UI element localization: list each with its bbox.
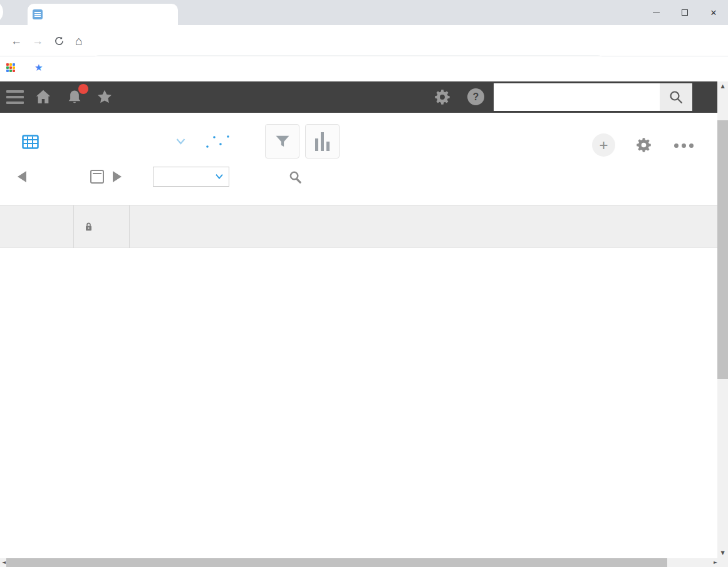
app-search-input[interactable] [494,83,660,111]
chart-switch-icon [205,133,231,150]
chart-switch-button[interactable] [194,127,257,157]
new-tab-button[interactable] [185,6,202,23]
back-icon[interactable]: ← [6,25,26,56]
gear-icon [635,137,652,153]
titlebar: ✕ [0,0,728,25]
column-header-worker [74,205,130,248]
app-settings-button[interactable] [635,137,652,156]
forward-icon[interactable]: → [28,25,48,56]
horizontal-scrollbar[interactable]: ◄ ► [0,558,728,567]
annotation-red-circle [388,348,449,409]
star-icon: ★ [34,62,43,73]
browser-window: ✕ ← → ⌂ ☆ ⚙ ★ [0,0,728,567]
maximize-icon [682,9,688,16]
app-search-button[interactable] [660,83,692,111]
apps-grid-icon [6,63,15,72]
bookmark-bookmarks[interactable]: ★ [34,62,47,73]
notification-badge [78,84,88,94]
home-icon[interactable]: ⌂ [69,25,89,56]
bookmarks-bar: ★ [0,56,728,79]
task-bar[interactable] [0,0,6,34]
column-header-line [0,205,74,248]
browser-tab[interactable] [28,4,178,25]
table-view-icon [22,135,39,149]
minimize-button[interactable] [642,0,670,25]
bookmark-apps[interactable] [6,63,19,72]
period-select[interactable] [153,167,229,187]
chevron-down-icon [215,174,224,180]
calendar-icon [90,170,104,184]
kintone-favicon [33,9,43,19]
close-icon: ✕ [710,8,717,18]
day-header-row [130,228,717,248]
more-options-button[interactable] [674,143,694,148]
chevron-down-icon [236,138,246,145]
scroll-down-icon[interactable]: ▼ [717,548,728,558]
bar-chart-icon [315,132,330,151]
reload-icon[interactable] [49,25,69,56]
close-button[interactable]: ✕ [699,0,728,25]
gantt-header [0,205,717,247]
kintone-home-icon[interactable] [34,88,53,107]
browser-navbar: ← → ⌂ ☆ ⚙ [0,25,728,56]
maximize-button[interactable] [670,0,699,25]
help-icon[interactable]: ? [467,88,484,105]
hamburger-icon[interactable] [6,90,24,104]
notification-bell-icon[interactable] [65,88,84,107]
add-record-button[interactable]: + [592,133,615,157]
filter-button[interactable] [265,124,299,159]
minimize-icon [653,13,660,13]
favorites-star-icon[interactable] [95,88,114,107]
magnifier-icon [288,170,303,184]
next-month-button[interactable] [113,165,122,188]
date-navigation [0,165,717,188]
column-lock-icon [84,222,93,232]
next-month-icon [113,171,122,182]
search-icon [668,90,684,105]
prev-month-icon [18,171,26,182]
scroll-up-icon[interactable]: ▲ [717,81,728,91]
filter-funnel-icon [274,133,291,150]
prev-month-button[interactable] [18,165,26,188]
chevron-down-icon [175,138,186,145]
record-search-button[interactable] [288,165,303,188]
scroll-right-icon[interactable]: ► [712,558,719,567]
settings-gear-icon[interactable] [434,88,452,107]
view-selector[interactable] [13,125,259,159]
plus-icon: + [599,137,608,154]
view-dropdown[interactable] [14,127,194,157]
vertical-scroll-thumb[interactable] [717,120,728,379]
calendar-picker[interactable] [90,165,104,188]
gantt-table [0,205,717,558]
graph-button[interactable] [305,124,340,159]
horizontal-scroll-thumb[interactable] [6,558,667,567]
vertical-scrollbar[interactable]: ▲ ▼ [717,81,728,558]
